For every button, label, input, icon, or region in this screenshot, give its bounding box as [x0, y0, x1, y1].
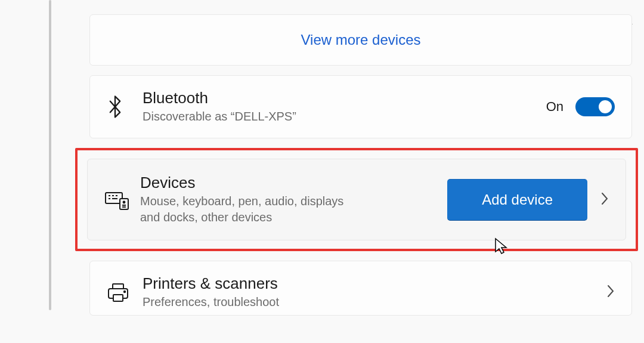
- view-more-devices-button[interactable]: View more devices: [89, 14, 632, 66]
- devices-title: Devices: [140, 174, 447, 192]
- bluetooth-body: Bluetooth Discoverable as “DELL-XPS”: [143, 89, 546, 125]
- view-more-label: View more devices: [301, 32, 421, 48]
- svg-rect-10: [113, 284, 123, 289]
- printers-title: Printers & scanners: [143, 274, 593, 293]
- chevron-right-icon: [606, 284, 615, 301]
- bluetooth-subtitle: Discoverable as “DELL-XPS”: [143, 109, 546, 125]
- printers-card[interactable]: Printers & scanners Preferences, trouble…: [89, 261, 632, 316]
- devices-body: Devices Mouse, keyboard, pen, audio, dis…: [140, 174, 447, 225]
- highlight-annotation: Devices Mouse, keyboard, pen, audio, dis…: [75, 148, 638, 251]
- svg-point-7: [123, 201, 125, 203]
- bluetooth-toggle-label: On: [546, 99, 564, 115]
- printers-subtitle: Preferences, troubleshoot: [143, 294, 593, 310]
- bluetooth-title: Bluetooth: [143, 89, 546, 107]
- bluetooth-icon: [107, 95, 143, 119]
- devices-subtitle: Mouse, keyboard, pen, audio, displays an…: [140, 193, 367, 225]
- bluetooth-toggle[interactable]: [575, 97, 615, 116]
- bluetooth-card[interactable]: Bluetooth Discoverable as “DELL-XPS” On: [89, 75, 632, 138]
- svg-rect-6: [120, 199, 128, 209]
- add-device-button[interactable]: Add device: [447, 179, 587, 221]
- settings-list: View more devices Bluetooth Discoverable…: [89, 14, 632, 316]
- devices-card[interactable]: Devices Mouse, keyboard, pen, audio, dis…: [87, 159, 626, 240]
- printers-body: Printers & scanners Preferences, trouble…: [143, 274, 593, 310]
- svg-rect-11: [113, 295, 123, 301]
- svg-point-12: [124, 291, 125, 292]
- bluetooth-toggle-group: On: [546, 97, 615, 116]
- printer-icon: [107, 282, 143, 302]
- chevron-right-icon: [600, 191, 609, 208]
- devices-icon: [104, 189, 140, 211]
- scrollbar-track[interactable]: [49, 0, 51, 310]
